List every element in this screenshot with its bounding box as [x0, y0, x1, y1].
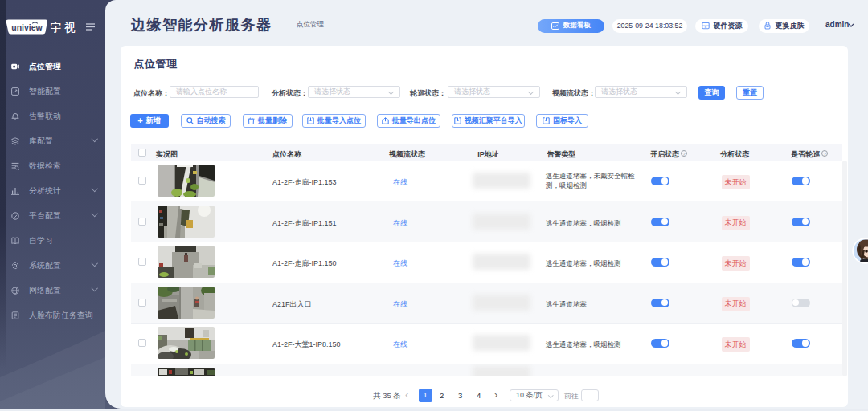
svg-text:uniview: uniview — [11, 22, 43, 32]
